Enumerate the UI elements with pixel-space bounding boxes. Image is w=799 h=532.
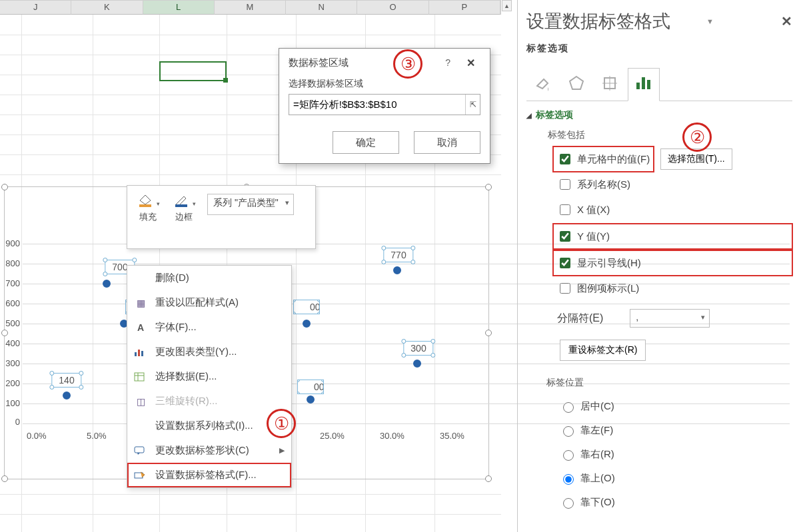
section-label-options[interactable]: ◢标签选项 [526, 109, 792, 121]
data-point[interactable] [103, 280, 111, 288]
range-input-wrapper: ⇱ [289, 94, 480, 115]
chk-leader-lines[interactable]: 显示引导线(H) [553, 250, 792, 276]
col-N[interactable]: N [286, 0, 357, 15]
fill-handle[interactable] [223, 78, 228, 83]
separator-select[interactable]: , [630, 309, 710, 328]
label-contains-header: 标签包括 [548, 129, 792, 141]
font-icon: A [134, 322, 147, 333]
y-tick: 500 [0, 318, 20, 328]
column-header-row: J K L M N O P [0, 0, 501, 15]
series-select[interactable]: 系列 "产品类型" [207, 194, 294, 215]
dialog-close-icon[interactable]: ✕ [461, 54, 480, 72]
cancel-button[interactable]: 取消 [414, 131, 480, 154]
reset-style-icon: ▦ [134, 298, 147, 308]
annotation-ring-2: ② [682, 123, 712, 152]
panel-options-dropdown-icon[interactable]: ▼ [706, 17, 714, 25]
data-label[interactable]: 00 [297, 380, 324, 394]
svg-marker-13 [570, 77, 583, 89]
vertical-divider [517, 0, 518, 532]
x-tick: 0.0% [27, 431, 47, 441]
submenu-arrow-icon: ▶ [279, 446, 285, 455]
chart-handle[interactable] [485, 330, 492, 336]
data-label[interactable]: 770 [383, 248, 413, 262]
pos-center[interactable]: 居中(C) [560, 394, 792, 418]
x-tick: 25.0% [320, 431, 345, 441]
data-point[interactable] [303, 320, 311, 328]
col-P[interactable]: P [429, 0, 500, 15]
chart-handle[interactable] [485, 184, 492, 190]
svg-rect-6 [135, 373, 144, 381]
pos-left[interactable]: 靠左(F) [560, 418, 792, 442]
context-menu: 删除(D) ▦重设以匹配样式(A) A字体(F)... 更改图表类型(Y)...… [127, 265, 292, 488]
ctx-select-data[interactable]: 选择数据(E)... [127, 364, 291, 389]
chart-type-icon [134, 348, 147, 357]
svg-rect-4 [138, 350, 140, 356]
scroll-up-button[interactable]: ▲ [502, 0, 512, 11]
svg-rect-17 [636, 83, 640, 89]
chart-handle[interactable] [1, 475, 8, 482]
data-point[interactable] [63, 392, 71, 399]
format-data-labels-panel: 设置数据标签格式 ▼ ✕ 标签选项 ◢标签选项 标签包括 单元格中的值(F) 选… [526, 0, 799, 532]
chart-handle[interactable] [485, 475, 492, 482]
dialog-prompt: 选择数据标签区域 [289, 78, 480, 90]
chart-handle[interactable] [1, 184, 8, 190]
x-tick: 30.0% [380, 431, 404, 441]
mini-toolbar: ▾ 填充 ▾ 边框 系列 "产品类型" [127, 185, 316, 249]
pos-above[interactable]: 靠上(O) [560, 466, 792, 490]
col-K[interactable]: K [71, 0, 143, 15]
ctx-font[interactable]: A字体(F)... [127, 315, 291, 340]
selected-cell[interactable] [159, 61, 227, 81]
size-properties-icon[interactable] [601, 75, 618, 92]
fill-line-icon[interactable] [533, 74, 552, 93]
border-button[interactable]: ▾ 边框 [167, 190, 201, 223]
reset-label-text-button[interactable]: 重设标签文本(R) [560, 340, 646, 361]
ctx-delete[interactable]: 删除(D) [127, 266, 291, 290]
chk-legend-key[interactable]: 图例项标示(L) [557, 276, 792, 301]
col-L[interactable]: L [143, 0, 215, 15]
col-J[interactable]: J [0, 0, 71, 15]
x-tick: 5.0% [87, 431, 107, 441]
data-point[interactable] [393, 266, 401, 274]
fill-button[interactable]: ▾ 填充 [131, 190, 165, 223]
data-label[interactable]: 300 [403, 341, 433, 356]
data-point[interactable] [413, 360, 421, 368]
panel-tab[interactable]: 标签选项 [526, 43, 792, 55]
y-tick: 100 [0, 398, 20, 408]
svg-rect-9 [135, 447, 144, 453]
ctx-3d-rotate: ◫三维旋转(R)... [127, 389, 291, 413]
data-label[interactable]: 00 [293, 300, 320, 314]
ok-button[interactable]: 确定 [333, 131, 399, 154]
col-O[interactable]: O [357, 0, 428, 15]
ctx-change-chart-type[interactable]: 更改图表类型(Y)... [127, 340, 291, 364]
data-point[interactable] [307, 396, 315, 403]
svg-rect-3 [135, 352, 137, 356]
ctx-format-data-labels[interactable]: 设置数据标签格式(F)... [127, 463, 291, 487]
chk-y-value[interactable]: Y 值(Y) [553, 224, 792, 249]
panel-close-icon[interactable]: ✕ [781, 13, 792, 29]
panel-category-row [526, 65, 792, 101]
svg-marker-0 [140, 195, 151, 204]
select-data-icon [134, 372, 147, 382]
data-label[interactable]: 140 [51, 373, 81, 388]
y-tick: 0 [0, 417, 20, 427]
effects-icon[interactable] [568, 75, 585, 92]
y-tick: 600 [0, 298, 20, 308]
range-input[interactable] [289, 99, 465, 111]
chart-handle[interactable] [1, 330, 8, 336]
ctx-reset-style[interactable]: ▦重设以匹配样式(A) [127, 290, 291, 315]
annotation-ring-3: ③ [393, 49, 422, 79]
ctx-change-label-shape[interactable]: 更改数据标签形状(C)▶ [127, 438, 291, 463]
label-shape-icon [134, 446, 147, 455]
col-M[interactable]: M [215, 0, 286, 15]
pos-right[interactable]: 靠右(R) [560, 442, 792, 466]
pos-below[interactable]: 靠下(O) [560, 490, 792, 514]
chk-x-value[interactable]: X 值(X) [557, 197, 792, 222]
y-tick: 800 [0, 258, 20, 268]
chk-cell-value[interactable]: 单元格中的值(F) [553, 146, 654, 172]
collapse-dialog-icon[interactable]: ⇱ [465, 95, 480, 115]
label-options-icon[interactable] [634, 75, 653, 92]
svg-marker-10 [137, 453, 140, 455]
format-labels-icon [134, 471, 147, 480]
dialog-help-icon[interactable]: ? [441, 55, 454, 71]
chk-series-name[interactable]: 系列名称(S) [557, 172, 792, 197]
